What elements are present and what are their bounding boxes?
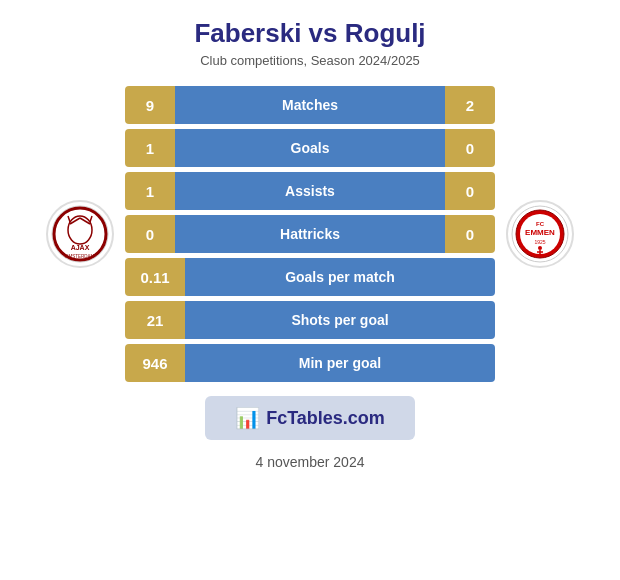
stat-row-goals: 1 Goals 0 <box>125 129 495 167</box>
stat-row-assists: 1 Assists 0 <box>125 172 495 210</box>
stat-label-shots-per-goal: Shots per goal <box>185 301 495 339</box>
stat-right-matches: 2 <box>445 86 495 124</box>
stat-label-matches: Matches <box>175 86 445 124</box>
svg-text:AJAX: AJAX <box>71 244 90 251</box>
stat-left-shots-per-goal: 21 <box>125 301 185 339</box>
stat-left-assists: 1 <box>125 172 175 210</box>
stat-row-min-per-goal: 946 Min per goal <box>125 344 495 382</box>
subtitle: Club competitions, Season 2024/2025 <box>20 53 600 68</box>
team-logo-emmen: FC EMMEN 1925 <box>495 200 585 268</box>
stat-right-goals: 0 <box>445 129 495 167</box>
stat-row-matches: 9 Matches 2 <box>125 86 495 124</box>
stat-left-goals-per-match: 0.11 <box>125 258 185 296</box>
main-content: AJAX AMSTERDAM 9 Matches 2 1 Goals 0 1 A… <box>0 76 620 382</box>
stat-left-goals: 1 <box>125 129 175 167</box>
stats-container: 9 Matches 2 1 Goals 0 1 Assists 0 0 Hatt… <box>125 86 495 382</box>
emmen-logo: FC EMMEN 1925 <box>506 200 574 268</box>
ajax-logo: AJAX AMSTERDAM <box>46 200 114 268</box>
footer-date: 4 november 2024 <box>256 454 365 470</box>
chart-icon: 📊 <box>235 406 260 430</box>
watermark-text: FcTables.com <box>266 408 385 429</box>
stat-label-assists: Assists <box>175 172 445 210</box>
stat-left-hattricks: 0 <box>125 215 175 253</box>
stat-left-min-per-goal: 946 <box>125 344 185 382</box>
stat-label-min-per-goal: Min per goal <box>185 344 495 382</box>
watermark: 📊 FcTables.com <box>205 396 415 440</box>
stat-label-hattricks: Hattricks <box>175 215 445 253</box>
stat-row-hattricks: 0 Hattricks 0 <box>125 215 495 253</box>
svg-text:EMMEN: EMMEN <box>525 228 555 237</box>
svg-text:FC: FC <box>536 221 545 227</box>
page-title: Faberski vs Rogulj <box>20 18 600 49</box>
stat-label-goals-per-match: Goals per match <box>185 258 495 296</box>
stat-label-goals: Goals <box>175 129 445 167</box>
stat-right-assists: 0 <box>445 172 495 210</box>
stat-right-hattricks: 0 <box>445 215 495 253</box>
header: Faberski vs Rogulj Club competitions, Se… <box>0 0 620 76</box>
svg-text:AMSTERDAM: AMSTERDAM <box>66 254 95 259</box>
stat-row-shots-per-goal: 21 Shots per goal <box>125 301 495 339</box>
stat-left-matches: 9 <box>125 86 175 124</box>
stat-row-goals-per-match: 0.11 Goals per match <box>125 258 495 296</box>
svg-text:1925: 1925 <box>534 239 545 245</box>
svg-point-15 <box>538 246 542 250</box>
team-logo-ajax: AJAX AMSTERDAM <box>35 200 125 268</box>
